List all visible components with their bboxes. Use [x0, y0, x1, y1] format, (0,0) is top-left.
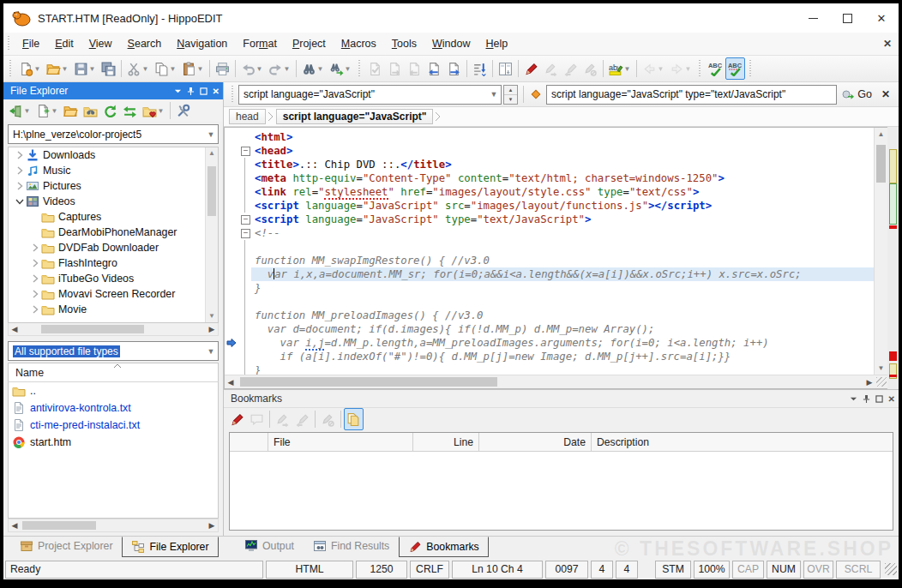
menu-view[interactable]: View: [81, 35, 120, 52]
breadcrumb-item[interactable]: script language="JavaScript": [276, 109, 434, 124]
expander-closed-icon[interactable]: [14, 149, 26, 161]
panel-close-icon[interactable]: ✕: [888, 394, 895, 404]
breadcrumb-item[interactable]: head: [229, 109, 266, 124]
tab-output[interactable]: Output: [235, 537, 304, 556]
pen-red-button[interactable]: [521, 57, 541, 80]
bookmarks-column-date[interactable]: Date: [479, 433, 592, 451]
expander-closed-icon[interactable]: [29, 242, 41, 254]
panel-maximize-icon[interactable]: [875, 395, 883, 403]
new-button[interactable]: ▼: [16, 57, 44, 80]
menu-macros[interactable]: Macros: [334, 35, 384, 52]
file-explorer-header[interactable]: File Explorer ✕: [3, 82, 223, 99]
chevron-down-icon[interactable]: ▼: [657, 65, 664, 73]
go-button[interactable]: Go: [837, 86, 876, 103]
expander-closed-icon[interactable]: [14, 165, 26, 177]
tree-item[interactable]: Movavi Screen Recorder: [9, 286, 218, 302]
chevron-down-icon[interactable]: ▼: [23, 107, 31, 115]
chevron-down-icon[interactable]: ▼: [283, 65, 291, 73]
file-type-filter[interactable]: All supported file types ▼: [8, 341, 219, 361]
menu-grip[interactable]: [6, 36, 12, 51]
chevron-down-icon[interactable]: ▼: [33, 65, 41, 73]
file-item[interactable]: antivirova-kontrola.txt: [9, 399, 218, 417]
menu-tools[interactable]: Tools: [384, 35, 424, 52]
code-line[interactable]: <html>: [225, 130, 874, 144]
chevron-down-icon[interactable]: ▼: [88, 65, 96, 73]
fold-minus-icon[interactable]: –: [241, 215, 250, 225]
chevron-down-icon[interactable]: ▼: [316, 65, 324, 73]
expander-open-icon[interactable]: [14, 195, 26, 207]
copy-button[interactable]: ▼: [152, 57, 179, 80]
tree-item[interactable]: FlashIntegro: [9, 255, 218, 271]
highlight-button[interactable]: aby▼: [606, 57, 634, 80]
fe-open-button[interactable]: [61, 99, 81, 122]
spell-auto-button[interactable]: ABC: [725, 57, 745, 80]
find-next-button[interactable]: ▼: [327, 57, 354, 80]
toolbar-grip[interactable]: [8, 60, 14, 78]
name-column-header[interactable]: Name: [8, 363, 219, 382]
menu-format[interactable]: Format: [235, 35, 285, 52]
expander-closed-icon[interactable]: [29, 273, 41, 285]
expander-closed-icon[interactable]: [14, 180, 26, 192]
tree-item[interactable]: Movie: [9, 302, 218, 317]
chevron-down-icon[interactable]: ▼: [204, 130, 218, 139]
fold-toggle[interactable]: –: [238, 226, 251, 240]
pin-icon[interactable]: [863, 394, 870, 404]
path-combobox[interactable]: H:\plne_verze\color-project5 ▼: [8, 124, 219, 144]
file-item[interactable]: cti-me-pred-instalaci.txt: [9, 417, 218, 434]
menu-search[interactable]: Search: [120, 35, 170, 52]
code-line[interactable]: function MM_preloadImages() { //v3.0: [225, 309, 874, 322]
fe-find-button[interactable]: [81, 99, 100, 122]
navigator-close-icon[interactable]: ✕: [876, 88, 895, 100]
fold-minus-icon[interactable]: –: [241, 147, 250, 156]
scroll-thumb[interactable]: [207, 166, 216, 216]
tab-file-explorer[interactable]: File Explorer: [122, 537, 218, 557]
code-line[interactable]: <title>.:: Chip DVD ::.</title>: [225, 158, 874, 171]
menu-edit[interactable]: Edit: [47, 35, 81, 52]
menu-help[interactable]: Help: [478, 35, 516, 52]
chevron-down-icon[interactable]: ▼: [169, 65, 177, 73]
editor-vscrollbar[interactable]: ▲ ▼: [874, 128, 887, 375]
resize-grip-icon[interactable]: [885, 563, 897, 575]
spell-button[interactable]: ABC: [706, 57, 725, 80]
toolbar-grip[interactable]: [357, 60, 363, 78]
code-line[interactable]: <link rel="stylesheet" href="images/layo…: [225, 185, 874, 199]
fe-tools-button[interactable]: [173, 99, 193, 122]
panel-menu-icon[interactable]: [174, 87, 182, 95]
find-button[interactable]: ▼: [299, 57, 327, 80]
expander-closed-icon[interactable]: [29, 303, 41, 315]
tree-item[interactable]: DVDFab Downloader: [9, 240, 218, 255]
toolbar-grip[interactable]: [748, 60, 754, 78]
unindent-button[interactable]: [424, 57, 444, 80]
file-item[interactable]: start.htm: [9, 434, 218, 451]
code-line[interactable]: [225, 295, 874, 309]
tab-find-results[interactable]: Find Results: [304, 537, 399, 556]
chevron-down-icon[interactable]: ▼: [256, 65, 263, 73]
fe-sync-button[interactable]: [120, 99, 140, 122]
fold-minus-icon[interactable]: –: [241, 229, 250, 238]
code-editor[interactable]: <html>–<head><title>.:: Chip DVD ::.</ti…: [224, 127, 887, 389]
goto-tag-input[interactable]: script language="JavaScript" type="text/…: [546, 85, 837, 105]
fe-back-button[interactable]: ▼: [6, 99, 33, 122]
menu-file[interactable]: File: [15, 35, 47, 52]
bookmarks-header[interactable]: Bookmarks ✕: [224, 390, 899, 408]
redo-button[interactable]: ▼: [266, 57, 293, 80]
chevron-down-icon[interactable]: ▼: [61, 65, 69, 73]
chevron-down-icon[interactable]: ▼: [487, 90, 501, 99]
bookmarks-table-body[interactable]: [230, 452, 893, 530]
tree-item[interactable]: Captures: [9, 209, 218, 225]
tree-item[interactable]: DearMobiPhoneManager: [9, 225, 218, 240]
fold-toggle[interactable]: –: [238, 213, 251, 226]
indent-button[interactable]: [444, 57, 464, 80]
menu-project[interactable]: Project: [285, 35, 334, 52]
code-line[interactable]: var i,x,a=document.MM_sr; for(i=0;a&&i<a…: [225, 267, 874, 281]
code-line[interactable]: <meta http-equiv="Content-Type" content=…: [225, 171, 874, 185]
scroll-thumb[interactable]: [240, 377, 497, 387]
tree-vscrollbar[interactable]: ▲ ▼: [205, 147, 218, 322]
fe-fwd-button[interactable]: ▼: [33, 99, 61, 122]
chevron-down-icon[interactable]: ▼: [141, 65, 149, 73]
toolbar-grip[interactable]: [230, 86, 236, 103]
tab-project-explorer[interactable]: Project Explorer: [10, 537, 122, 556]
chevron-down-icon[interactable]: ▼: [684, 65, 692, 73]
navigator-spinner[interactable]: ▲▼: [503, 85, 518, 105]
maximize-button[interactable]: [830, 3, 864, 33]
